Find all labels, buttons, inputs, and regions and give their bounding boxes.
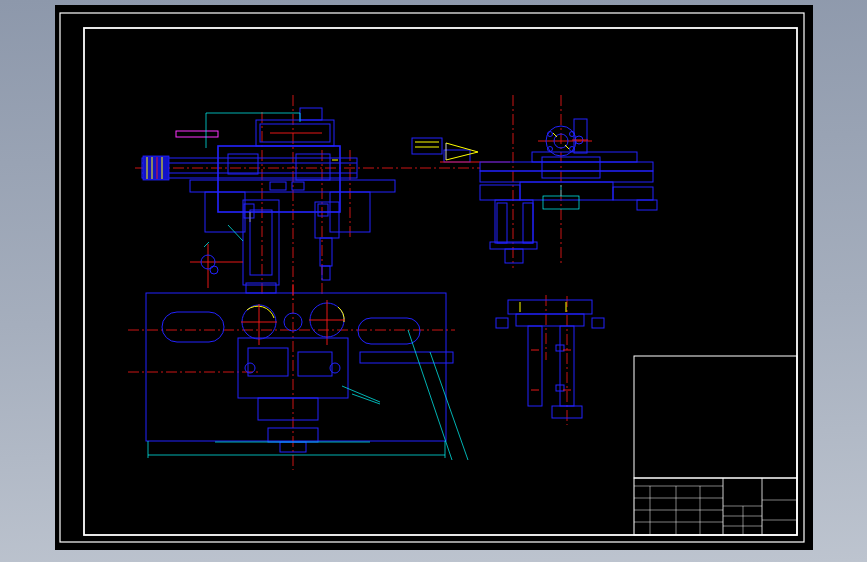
t-slot — [358, 318, 420, 344]
cylinder-section — [495, 200, 533, 243]
detail-a — [190, 242, 243, 288]
slide-table — [480, 162, 653, 171]
drawing-svg — [0, 0, 867, 562]
hatch-region — [613, 187, 653, 200]
support-leg — [528, 326, 542, 406]
base-plate — [146, 293, 446, 441]
title-block — [634, 478, 797, 535]
plan-view — [128, 284, 468, 470]
sheet-frame — [60, 13, 804, 542]
front-view — [135, 95, 480, 300]
clamp-arm — [508, 300, 592, 314]
side-rail — [360, 352, 453, 363]
t-slot — [162, 312, 224, 342]
plan-dimensions — [148, 441, 445, 458]
guard-block — [412, 138, 442, 154]
special-part-outline — [176, 131, 218, 137]
hatch-region — [270, 182, 286, 190]
hatch-region — [542, 157, 600, 178]
app-window — [0, 0, 867, 562]
side-view — [440, 95, 657, 268]
dimension-front — [206, 113, 300, 148]
front-leader-note — [228, 225, 243, 241]
section-view — [496, 295, 604, 425]
bom-table — [634, 356, 797, 478]
cylinder-cap — [300, 108, 322, 120]
hatch-region — [318, 204, 328, 216]
hatch-region — [480, 185, 520, 200]
locating-pin-boss — [315, 202, 339, 238]
hatch-region — [292, 182, 304, 190]
